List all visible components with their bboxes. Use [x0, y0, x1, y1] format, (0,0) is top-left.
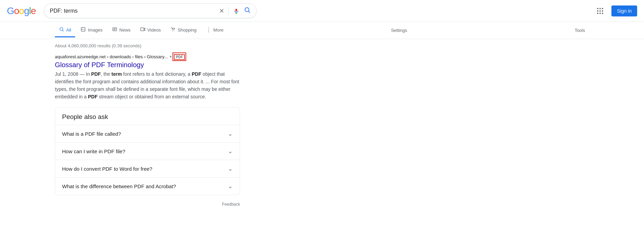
- tab-shopping-label: Shopping: [178, 27, 196, 33]
- google-logo[interactable]: Google: [7, 5, 36, 16]
- result-snippet: Jul 1, 2008 — In PDF, the term font refe…: [55, 70, 240, 100]
- tab-news-label: News: [119, 27, 131, 33]
- tools-link[interactable]: Tools: [571, 24, 589, 36]
- search-submit-icon[interactable]: [244, 7, 251, 15]
- svg-rect-7: [81, 27, 85, 31]
- snippet-text1: , the: [101, 71, 111, 77]
- result-dropdown-arrow[interactable]: ▾: [170, 55, 172, 59]
- paa-question-2: How can I write in PDF file?: [62, 148, 125, 154]
- clear-icon[interactable]: ✕: [219, 8, 224, 14]
- search-divider: [228, 7, 229, 15]
- paa-question-3: How do I convert PDF to Word for free?: [62, 166, 152, 172]
- tab-news[interactable]: News: [108, 23, 135, 37]
- paa-chevron-1: ⌄: [228, 130, 233, 137]
- feedback-area: Feedback: [0, 199, 295, 209]
- snippet-date: Jul 1, 2008: [55, 71, 79, 77]
- header-right: Sign in: [594, 5, 637, 17]
- search-input[interactable]: [50, 8, 219, 14]
- paa-question-4: What is the difference between PDF and A…: [62, 183, 176, 189]
- results-stats: About 4,060,000,000 results (0.39 second…: [55, 43, 240, 48]
- snippet-pdf2: PDF: [192, 71, 201, 77]
- tab-videos[interactable]: Videos: [136, 23, 165, 37]
- apps-icon[interactable]: [594, 5, 606, 17]
- shopping-tab-icon: [170, 27, 176, 33]
- paa-chevron-2: ⌄: [228, 147, 233, 155]
- paa-chevron-4: ⌄: [228, 182, 233, 190]
- snippet-dash: — In: [80, 71, 91, 77]
- pdf-badge: PDF: [174, 54, 185, 60]
- sign-in-button[interactable]: Sign in: [611, 5, 637, 16]
- paa-question-1: What is a PDF file called?: [62, 131, 121, 137]
- header: Google ✕: [0, 0, 644, 22]
- tab-all[interactable]: All: [55, 23, 75, 37]
- tab-more-label: More: [213, 27, 224, 33]
- svg-point-8: [82, 28, 83, 29]
- svg-line-6: [62, 30, 63, 31]
- search-bar: ✕: [44, 3, 257, 18]
- pdf-badge-wrapper: PDF: [174, 54, 185, 60]
- result-title[interactable]: Glossary of PDF Terminology: [55, 61, 240, 69]
- nav-tabs: All Images News Videos Shopping ⋮ More S…: [0, 22, 644, 39]
- feedback-label[interactable]: Feedback: [222, 202, 240, 207]
- mic-icon[interactable]: [233, 8, 240, 14]
- search-icons: ✕: [219, 7, 251, 15]
- snippet-text4: stream object or obtained from an extern…: [98, 94, 206, 99]
- paa-item-3[interactable]: How do I convert PDF to Word for free? ⌄: [55, 160, 240, 177]
- people-also-ask-box: People also ask What is a PDF file calle…: [55, 107, 240, 195]
- snippet-text2: font refers to a font dictionary, a: [122, 71, 192, 77]
- tab-shopping[interactable]: Shopping: [166, 23, 201, 37]
- tab-images[interactable]: Images: [76, 23, 107, 37]
- snippet-pdf1: PDF: [91, 71, 101, 77]
- result-item: aquaforest.azureedge.net › downloads › f…: [55, 54, 240, 100]
- paa-title: People also ask: [55, 108, 240, 125]
- settings-link[interactable]: Settings: [387, 24, 411, 36]
- paa-item-2[interactable]: How can I write in PDF file? ⌄: [55, 142, 240, 160]
- snippet-pdf3: PDF: [88, 94, 98, 99]
- snippet-term: term: [111, 71, 122, 77]
- tab-videos-label: Videos: [147, 27, 161, 33]
- paa-item-1[interactable]: What is a PDF file called? ⌄: [55, 125, 240, 142]
- svg-point-14: [172, 31, 173, 31]
- svg-point-15: [174, 31, 175, 31]
- tab-all-label: All: [66, 27, 71, 33]
- more-tab-icon: ⋮: [206, 27, 211, 33]
- paa-chevron-3: ⌄: [228, 165, 233, 172]
- svg-line-4: [249, 11, 250, 13]
- tab-more[interactable]: ⋮ More: [202, 23, 228, 37]
- news-tab-icon: [112, 27, 117, 33]
- paa-item-4[interactable]: What is the difference between PDF and A…: [55, 177, 240, 195]
- result-url: aquaforest.azureedge.net › downloads › f…: [55, 54, 168, 59]
- all-tab-icon: [59, 27, 64, 33]
- result-url-row: aquaforest.azureedge.net › downloads › f…: [55, 54, 240, 60]
- videos-tab-icon: [140, 27, 145, 33]
- images-tab-icon: [81, 27, 86, 33]
- svg-rect-13: [141, 28, 144, 31]
- results-area: About 4,060,000,000 results (0.39 second…: [0, 39, 295, 199]
- tab-images-label: Images: [88, 27, 103, 33]
